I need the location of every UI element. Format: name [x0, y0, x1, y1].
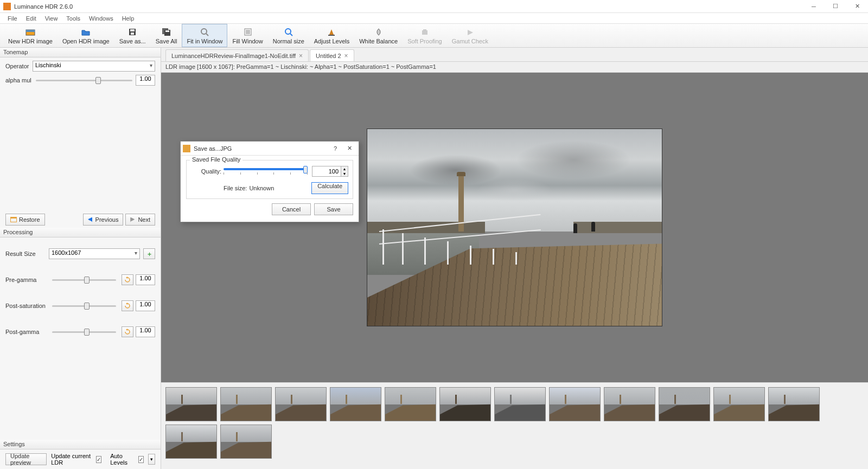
add-size-button[interactable]: ＋ — [143, 248, 155, 259]
spin-down[interactable]: ▼ — [341, 171, 348, 176]
pre-gamma-value[interactable]: 1.00 — [136, 274, 155, 285]
thumbnail[interactable] — [604, 387, 655, 421]
close-icon[interactable]: × — [299, 52, 303, 60]
result-size-select[interactable]: 1600x1067 — [49, 248, 140, 259]
svg-rect-11 — [246, 30, 250, 34]
gamut-check-button[interactable]: Gamut Check — [447, 24, 493, 47]
thumbnail[interactable] — [549, 387, 601, 421]
dialog-close-button[interactable]: ✕ — [342, 143, 356, 155]
svg-marker-18 — [468, 30, 473, 35]
toolbar: New HDR image Open HDR image Save as... … — [0, 24, 868, 48]
dialog-help-button[interactable]: ? — [328, 143, 342, 155]
thumbnail[interactable] — [330, 387, 381, 421]
file-size-value: Unknown — [249, 185, 311, 191]
save-all-icon — [162, 27, 171, 37]
save-all-button[interactable]: Save All — [151, 24, 182, 47]
previous-button[interactable]: ⯇Previous — [83, 214, 124, 226]
thumbnail[interactable] — [659, 387, 710, 421]
titlebar: Luminance HDR 2.6.0 ─ ☐ ✕ — [0, 0, 868, 13]
image-viewer[interactable] — [161, 73, 868, 382]
thumbnail[interactable] — [385, 387, 436, 421]
close-icon[interactable]: × — [344, 52, 348, 60]
thumbnail[interactable] — [494, 387, 546, 421]
svg-rect-7 — [165, 30, 169, 32]
minimize-button[interactable]: ─ — [803, 0, 825, 13]
thumbnail[interactable] — [220, 425, 272, 459]
menu-tools[interactable]: Tools — [62, 14, 85, 23]
quality-label: Quality: — [191, 168, 221, 175]
quality-input[interactable] — [312, 166, 341, 176]
menu-view[interactable]: View — [41, 14, 62, 23]
save-as-button[interactable]: Save as... — [114, 24, 151, 47]
open-hdr-button[interactable]: Open HDR image — [58, 24, 114, 47]
menu-windows[interactable]: Windows — [85, 14, 118, 23]
fill-window-button[interactable]: Fill Window — [227, 24, 267, 47]
save-icon — [127, 27, 137, 37]
operator-select[interactable]: Lischinski — [33, 61, 155, 72]
cancel-button[interactable]: Cancel — [272, 203, 311, 215]
pre-gamma-slider[interactable] — [52, 279, 116, 281]
thumbnail[interactable] — [713, 387, 765, 421]
thumbnail[interactable] — [439, 387, 491, 421]
thumbnail-strip — [161, 382, 868, 469]
adjust-levels-button[interactable]: Adjust Levels — [309, 24, 354, 47]
new-hdr-button[interactable]: New HDR image — [3, 24, 58, 47]
settings-dropdown[interactable]: ▾ — [148, 454, 155, 465]
fit-window-button[interactable]: Fit in Window — [182, 24, 227, 47]
menu-help[interactable]: Help — [118, 14, 139, 23]
menu-edit[interactable]: Edit — [22, 14, 41, 23]
result-size-label: Result Size — [5, 250, 49, 257]
thumbnail[interactable] — [165, 425, 217, 459]
white-balance-button[interactable]: White Balance — [354, 24, 403, 47]
soft-proofing-button[interactable]: Soft Proofing — [403, 24, 447, 47]
save-as-jpg-dialog: Save as...JPG ? ✕ Saved File Quality Qua… — [180, 141, 359, 222]
next-button[interactable]: ⯈Next — [125, 214, 155, 226]
pre-gamma-reset[interactable] — [122, 274, 133, 285]
thumbnail[interactable] — [275, 387, 327, 421]
post-gamma-value[interactable]: 1.00 — [136, 326, 155, 337]
calculate-button[interactable]: Calculate — [311, 182, 348, 194]
menu-file[interactable]: File — [3, 14, 22, 23]
svg-rect-1 — [26, 30, 35, 32]
thumbnail[interactable] — [220, 387, 272, 421]
pre-gamma-label: Pre-gamma — [5, 277, 49, 283]
file-size-label: File size: — [224, 185, 247, 191]
close-button[interactable]: ✕ — [846, 0, 868, 13]
tab-image1[interactable]: LuminanceHDRReview-FinalImage1-NoEdit.ti… — [165, 49, 309, 61]
post-sat-slider[interactable] — [52, 305, 116, 307]
svg-rect-16 — [422, 30, 427, 35]
adjust-levels-icon — [327, 27, 336, 37]
svg-marker-14 — [329, 29, 334, 35]
update-ldr-checkbox[interactable]: ✓ — [96, 456, 101, 463]
right-panel: LuminanceHDRReview-FinalImage1-NoEdit.ti… — [161, 48, 868, 469]
menubar: File Edit View Tools Windows Help — [0, 13, 868, 24]
auto-levels-label: Auto Levels — [110, 453, 134, 466]
post-gamma-slider[interactable] — [52, 331, 116, 333]
new-hdr-icon — [25, 27, 35, 37]
arrow-right-icon: ⯈ — [130, 217, 136, 223]
svg-marker-21 — [126, 329, 127, 331]
quality-spinbox[interactable]: ▲▼ — [312, 166, 348, 177]
quality-slider[interactable] — [224, 166, 308, 177]
update-ldr-label: Update current LDR — [51, 453, 92, 466]
auto-levels-checkbox[interactable]: ✓ — [138, 456, 144, 463]
alpha-value[interactable]: 1.00 — [136, 75, 155, 86]
save-button[interactable]: Save — [314, 203, 353, 215]
spin-up[interactable]: ▲ — [341, 166, 348, 171]
restore-button[interactable]: Restore — [5, 214, 45, 226]
post-sat-reset[interactable] — [122, 300, 133, 311]
update-preview-button[interactable]: Update preview — [5, 453, 47, 465]
post-gamma-reset[interactable] — [122, 326, 133, 337]
tab-untitled2[interactable]: Untitled 2 × — [310, 49, 354, 61]
normal-size-button[interactable]: Normal size — [268, 24, 309, 47]
app-icon — [3, 3, 11, 10]
document-tabs: LuminanceHDRReview-FinalImage1-NoEdit.ti… — [161, 48, 868, 62]
alpha-label: alpha mul — [5, 77, 33, 83]
thumbnail[interactable] — [165, 387, 217, 421]
alpha-slider[interactable] — [36, 80, 132, 81]
image-info: LDR image [1600 x 1067]: PreGamma=1 ~ Li… — [161, 62, 868, 73]
post-sat-value[interactable]: 1.00 — [136, 300, 155, 311]
thumbnail[interactable] — [768, 387, 820, 421]
maximize-button[interactable]: ☐ — [825, 0, 846, 13]
preview-image — [367, 129, 662, 326]
